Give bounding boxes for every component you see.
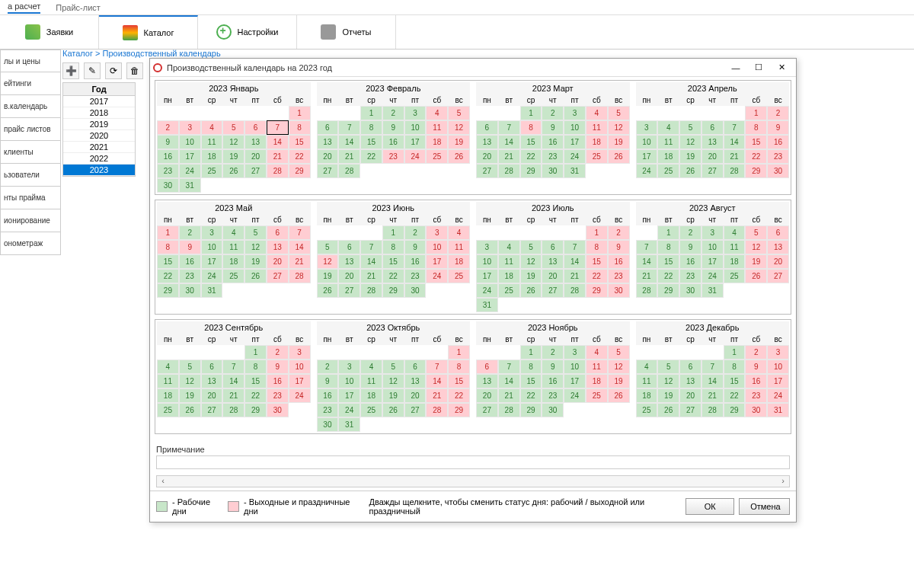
calendar-day[interactable]: 1 — [724, 345, 746, 360]
calendar-day[interactable]: 24 — [201, 269, 223, 283]
calendar-day[interactable]: 1 — [520, 106, 542, 120]
calendar-day[interactable]: 24 — [636, 164, 658, 178]
calendar-day[interactable]: 10 — [767, 360, 789, 374]
calendar-day[interactable]: 7 — [289, 225, 311, 240]
calendar-day[interactable]: 20 — [244, 149, 267, 164]
year-row[interactable]: 2020 — [63, 130, 135, 142]
top-tab[interactable]: а расчет — [8, 2, 40, 14]
calendar-day[interactable]: 13 — [338, 254, 360, 269]
calendar-day[interactable]: 5 — [317, 240, 339, 254]
calendar-day[interactable]: 3 — [767, 345, 789, 360]
calendar-day[interactable]: 4 — [201, 120, 223, 135]
nav-item[interactable]: ионирование — [0, 209, 61, 232]
calendar-day[interactable]: 25 — [657, 164, 679, 178]
calendar-day[interactable]: 28 — [636, 283, 658, 298]
calendar-day[interactable]: 2 — [317, 360, 339, 374]
calendar-day[interactable]: 28 — [724, 164, 746, 178]
calendar-day[interactable]: 18 — [360, 388, 382, 403]
calendar-day[interactable]: 4 — [157, 360, 179, 374]
calendar-day[interactable]: 24 — [767, 388, 789, 403]
calendar-day[interactable]: 30 — [745, 403, 767, 417]
calendar-day[interactable]: 21 — [222, 388, 244, 403]
calendar-day[interactable]: 2 — [382, 106, 404, 120]
calendar-day[interactable]: 6 — [767, 225, 789, 240]
calendar-day[interactable]: 31 — [179, 178, 201, 193]
nav-item[interactable]: в.календарь — [0, 95, 61, 118]
calendar-day[interactable]: 18 — [426, 135, 448, 149]
calendar-day[interactable]: 16 — [608, 254, 630, 269]
calendar-day[interactable]: 2 — [157, 120, 179, 135]
calendar-day[interactable]: 1 — [586, 225, 608, 240]
calendar-day[interactable]: 11 — [448, 240, 470, 254]
calendar-day[interactable]: 3 — [426, 225, 448, 240]
calendar-day[interactable]: 14 — [636, 254, 658, 269]
calendar-day[interactable]: 15 — [745, 135, 767, 149]
year-row[interactable]: 2022 — [63, 153, 135, 165]
calendar-day[interactable]: 7 — [701, 360, 724, 374]
calendar-day[interactable]: 2 — [767, 106, 789, 120]
calendar-day[interactable]: 27 — [201, 403, 223, 417]
calendar-day[interactable]: 19 — [745, 254, 767, 269]
calendar-day[interactable]: 25 — [724, 269, 746, 283]
calendar-day[interactable]: 27 — [679, 403, 701, 417]
calendar-day[interactable]: 15 — [586, 254, 608, 269]
calendar-day[interactable]: 31 — [767, 403, 789, 417]
calendar-day[interactable]: 25 — [360, 403, 382, 417]
calendar-day[interactable]: 30 — [767, 164, 789, 178]
calendar-day[interactable]: 26 — [222, 164, 244, 178]
calendar-day[interactable]: 10 — [564, 360, 586, 374]
calendar-day[interactable]: 1 — [745, 106, 767, 120]
calendar-day[interactable]: 26 — [608, 149, 630, 164]
calendar-day[interactable]: 28 — [426, 403, 448, 417]
calendar-day[interactable]: 28 — [498, 164, 520, 178]
calendar-day[interactable]: 27 — [244, 164, 267, 178]
calendar-day[interactable]: 14 — [564, 254, 586, 269]
calendar-day[interactable]: 12 — [317, 254, 339, 269]
calendar-day[interactable]: 3 — [179, 120, 201, 135]
calendar-day[interactable]: 25 — [636, 403, 658, 417]
calendar-day[interactable]: 20 — [476, 388, 498, 403]
calendar-day[interactable]: 17 — [289, 374, 311, 388]
calendar-day[interactable]: 5 — [244, 225, 267, 240]
calendar-day[interactable]: 29 — [244, 403, 267, 417]
delete-button[interactable]: 🗑 — [126, 62, 143, 79]
add-button[interactable]: ➕ — [62, 62, 79, 79]
calendar-day[interactable]: 18 — [222, 254, 244, 269]
calendar-day[interactable]: 8 — [520, 120, 542, 135]
calendar-day[interactable]: 21 — [289, 254, 311, 269]
calendar-day[interactable]: 23 — [179, 269, 201, 283]
calendar-day[interactable]: 19 — [179, 388, 201, 403]
calendar-day[interactable]: 7 — [360, 240, 382, 254]
calendar-day[interactable]: 25 — [448, 269, 470, 283]
calendar-day[interactable]: 14 — [701, 374, 724, 388]
calendar-day[interactable]: 26 — [244, 269, 267, 283]
calendar-day[interactable]: 31 — [564, 164, 586, 178]
calendar-day[interactable]: 12 — [244, 240, 267, 254]
calendar-day[interactable]: 29 — [289, 164, 311, 178]
calendar-day[interactable]: 20 — [701, 149, 724, 164]
calendar-day[interactable]: 3 — [476, 240, 498, 254]
calendar-day[interactable]: 9 — [179, 240, 201, 254]
scroll-left-icon[interactable]: ‹ — [157, 476, 169, 487]
calendar-day[interactable]: 22 — [360, 149, 382, 164]
calendar-day[interactable]: 27 — [317, 164, 339, 178]
calendar-day[interactable]: 6 — [404, 360, 427, 374]
calendar-day[interactable]: 22 — [244, 388, 267, 403]
calendar-day[interactable]: 3 — [636, 120, 658, 135]
calendar-day[interactable]: 9 — [542, 360, 564, 374]
calendar-day[interactable]: 12 — [448, 120, 470, 135]
calendar-day[interactable]: 31 — [701, 283, 724, 298]
calendar-day[interactable]: 22 — [724, 388, 746, 403]
calendar-day[interactable]: 26 — [317, 283, 339, 298]
calendar-day[interactable]: 13 — [404, 374, 427, 388]
calendar-day[interactable]: 13 — [679, 374, 701, 388]
calendar-day[interactable]: 22 — [520, 149, 542, 164]
calendar-day[interactable]: 16 — [317, 388, 339, 403]
calendar-day[interactable]: 20 — [542, 269, 564, 283]
calendar-day[interactable]: 23 — [157, 164, 179, 178]
calendar-day[interactable]: 4 — [360, 360, 382, 374]
calendar-day[interactable]: 20 — [317, 149, 339, 164]
calendar-day[interactable]: 10 — [179, 135, 201, 149]
calendar-day[interactable]: 23 — [745, 388, 767, 403]
calendar-day[interactable]: 2 — [679, 225, 701, 240]
